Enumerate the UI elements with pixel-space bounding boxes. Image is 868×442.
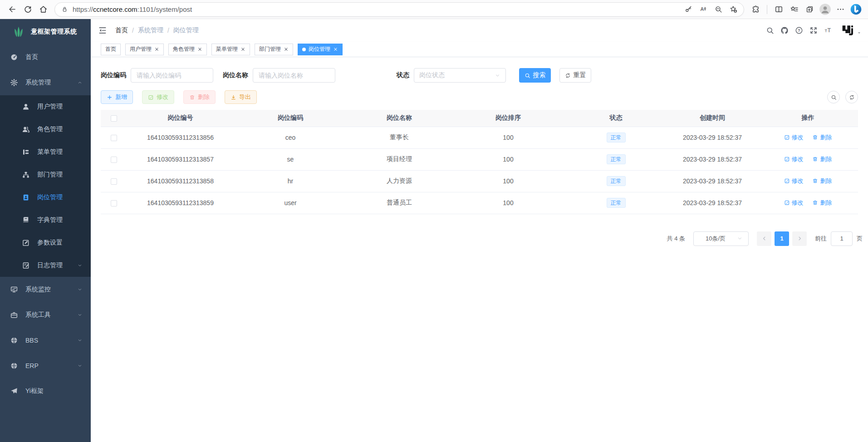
sidebar-item-system-monitor[interactable]: 系统监控 [0, 277, 91, 302]
add-button[interactable]: 新增 [101, 90, 133, 104]
sidebar-item-yi-framework[interactable]: Yi框架 [0, 378, 91, 404]
lock-icon[interactable] [61, 6, 68, 13]
row-edit-button[interactable]: 修改 [784, 133, 804, 142]
toggle-search-button[interactable] [827, 91, 840, 103]
cell-post-name: 董事长 [347, 127, 451, 148]
prev-page-button[interactable] [757, 231, 771, 246]
favorite-star-icon[interactable] [730, 5, 737, 13]
pagination: 共 4 条 10条/页 1 前往 页 [101, 231, 863, 246]
sidebar-item-user-mgmt[interactable]: 用户管理 [0, 95, 91, 118]
post-code-input[interactable] [131, 68, 213, 83]
zoom-out-icon[interactable] [715, 5, 722, 13]
goto-page-input[interactable] [831, 231, 853, 246]
font-size-icon[interactable] [821, 23, 835, 38]
edit-button[interactable]: 修改 [142, 90, 174, 104]
browser-menu-icon[interactable] [833, 2, 848, 17]
row-checkbox[interactable] [111, 157, 117, 163]
download-icon [230, 94, 236, 100]
row-delete-button[interactable]: 删除 [812, 177, 832, 185]
sidebar-item-system-mgmt[interactable]: 系统管理 [0, 70, 91, 95]
chevron-down-icon [737, 236, 743, 241]
sidebar-item-param-settings[interactable]: 参数设置 [0, 231, 91, 254]
row-edit-button[interactable]: 修改 [784, 199, 804, 207]
post-name-input[interactable] [253, 68, 335, 83]
breadcrumb-post-mgmt: 岗位管理 [173, 26, 199, 34]
sidebar-item-post-mgmt[interactable]: 岗位管理 [0, 186, 91, 209]
page-number-1[interactable]: 1 [775, 231, 789, 246]
sidebar-item-erp[interactable]: ERP [0, 353, 91, 378]
browser-profile-avatar[interactable] [817, 2, 833, 17]
next-page-button[interactable] [792, 231, 807, 246]
tab-post-mgmt[interactable]: 岗位管理 [298, 44, 343, 55]
page-size-select[interactable]: 10条/页 [693, 231, 749, 246]
chevron-up-icon [77, 80, 83, 85]
row-checkbox[interactable] [111, 178, 117, 185]
avatar-caret-down-icon[interactable] [857, 30, 862, 35]
table-row: 1641030593112313856 ceo 董事长 100 正常 2023-… [101, 127, 858, 148]
sidebar-item-dict-mgmt[interactable]: 字典管理 [0, 209, 91, 231]
row-delete-button[interactable]: 删除 [812, 199, 832, 207]
tab-dept-mgmt[interactable]: 部门管理 [255, 44, 293, 55]
browser-back-icon[interactable] [5, 2, 20, 17]
delete-button[interactable]: 删除 [183, 90, 216, 104]
browser-toolbar: https://ccnetcore.com:1101/system/post [0, 0, 868, 19]
read-aloud-icon[interactable] [700, 5, 707, 13]
refresh-table-button[interactable] [845, 91, 858, 103]
tab-close-icon[interactable] [240, 47, 245, 52]
active-tab-dot [302, 48, 306, 51]
collections-icon[interactable] [802, 2, 817, 17]
extensions-puzzle-icon[interactable] [748, 2, 763, 17]
sidebar-item-log-mgmt[interactable]: 日志管理 [0, 254, 91, 277]
tab-close-icon[interactable] [154, 47, 159, 52]
sidebar-item-dept-mgmt[interactable]: 部门管理 [0, 163, 91, 186]
help-question-icon[interactable] [792, 23, 806, 38]
browser-refresh-icon[interactable] [20, 2, 35, 17]
password-key-icon[interactable] [685, 5, 692, 13]
log-icon [21, 261, 31, 270]
row-edit-button[interactable]: 修改 [784, 177, 804, 185]
post-table: 岗位编号 岗位编码 岗位名称 岗位排序 状态 创建时间 操作 164103059… [101, 110, 858, 214]
sidebar-item-system-tools[interactable]: 系统工具 [0, 302, 91, 328]
tab-close-icon[interactable] [333, 47, 338, 52]
row-delete-button[interactable]: 删除 [812, 155, 832, 163]
sidebar-collapse-icon[interactable] [98, 26, 107, 35]
tab-user-mgmt[interactable]: 用户管理 [125, 44, 164, 55]
cell-post-name: 项目经理 [347, 148, 451, 170]
row-delete-button[interactable]: 删除 [812, 133, 832, 142]
status-badge: 正常 [607, 154, 626, 164]
sidebar-item-bbs[interactable]: BBS [0, 328, 91, 353]
post-name-label: 岗位名称 [223, 71, 248, 79]
tab-close-icon[interactable] [284, 47, 289, 52]
header-post-id: 岗位编号 [127, 110, 234, 127]
select-all-checkbox[interactable] [111, 115, 117, 122]
search-button[interactable]: 搜索 [519, 68, 551, 83]
row-edit-button[interactable]: 修改 [784, 155, 804, 163]
reset-button[interactable]: 重置 [559, 68, 591, 83]
status-select[interactable]: 岗位状态 [414, 68, 506, 83]
address-bar[interactable]: https://ccnetcore.com:1101/system/post [54, 2, 744, 17]
browser-home-icon[interactable] [35, 2, 51, 17]
tab-role-mgmt[interactable]: 角色管理 [168, 44, 207, 55]
split-screen-icon[interactable] [771, 2, 786, 17]
row-checkbox[interactable] [111, 135, 117, 141]
github-icon[interactable] [777, 23, 792, 38]
tab-home[interactable]: 首页 [101, 44, 121, 55]
cell-post-name: 普通员工 [347, 192, 451, 214]
sidebar-item-home[interactable]: 首页 [0, 44, 91, 70]
bing-chat-icon[interactable] [848, 2, 863, 17]
trash-icon [189, 94, 195, 100]
tab-menu-mgmt[interactable]: 菜单管理 [211, 44, 250, 55]
sidebar-item-menu-mgmt[interactable]: 菜单管理 [0, 141, 91, 163]
fullscreen-icon[interactable] [806, 23, 821, 38]
tab-close-icon[interactable] [197, 47, 202, 52]
sidebar-item-role-mgmt[interactable]: 角色管理 [0, 118, 91, 141]
cell-post-id: 1641030593112313859 [127, 192, 234, 214]
export-button[interactable]: 导出 [225, 90, 257, 104]
header-search-icon[interactable] [763, 23, 777, 38]
edit-pen-icon [784, 200, 790, 206]
breadcrumb-home[interactable]: 首页 [115, 26, 128, 34]
breadcrumb-system-mgmt[interactable]: 系统管理 [138, 26, 163, 34]
row-checkbox[interactable] [111, 200, 117, 206]
user-avatar[interactable] [840, 23, 855, 38]
favorites-list-icon[interactable] [786, 2, 802, 17]
